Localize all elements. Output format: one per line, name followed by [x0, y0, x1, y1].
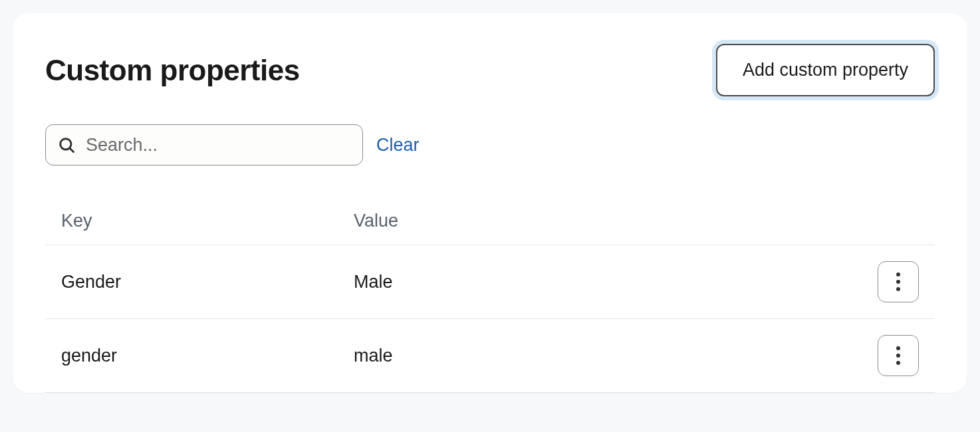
cell-value: male: [354, 346, 876, 366]
row-actions-button[interactable]: [878, 261, 919, 302]
clear-link[interactable]: Clear: [376, 135, 420, 156]
search-row: Clear: [45, 124, 935, 165]
table-row: gender male: [45, 319, 935, 393]
search-icon: [57, 136, 76, 154]
cell-key: gender: [61, 346, 354, 366]
search-input[interactable]: [45, 124, 363, 165]
cell-key: Gender: [61, 272, 354, 292]
add-custom-property-button[interactable]: Add custom property: [716, 44, 935, 96]
properties-table: Key Value Gender Male gender male: [45, 197, 935, 393]
table-row: Gender Male: [45, 245, 935, 319]
column-header-value: Value: [354, 211, 876, 231]
kebab-icon: [896, 346, 900, 365]
cell-value: Male: [354, 272, 876, 292]
svg-line-1: [70, 148, 74, 152]
column-header-key: Key: [61, 211, 354, 231]
row-actions-button[interactable]: [878, 335, 919, 376]
search-wrap: [45, 124, 363, 165]
table-header: Key Value: [45, 197, 935, 245]
kebab-icon: [896, 272, 900, 291]
custom-properties-card: Custom properties Add custom property Cl…: [13, 13, 967, 393]
page-title: Custom properties: [45, 54, 300, 87]
header-row: Custom properties Add custom property: [45, 44, 935, 96]
